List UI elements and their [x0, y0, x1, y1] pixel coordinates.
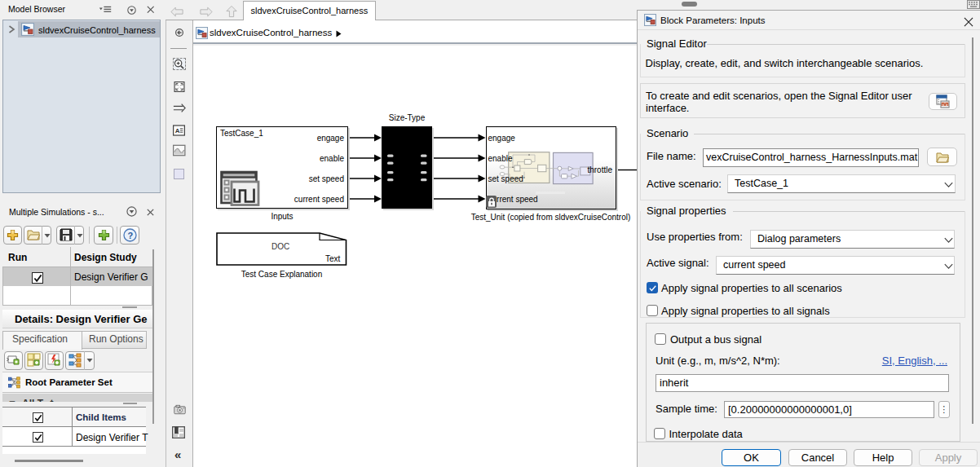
svg-text:A: A	[175, 127, 180, 134]
svg-text:?: ?	[128, 231, 134, 240]
